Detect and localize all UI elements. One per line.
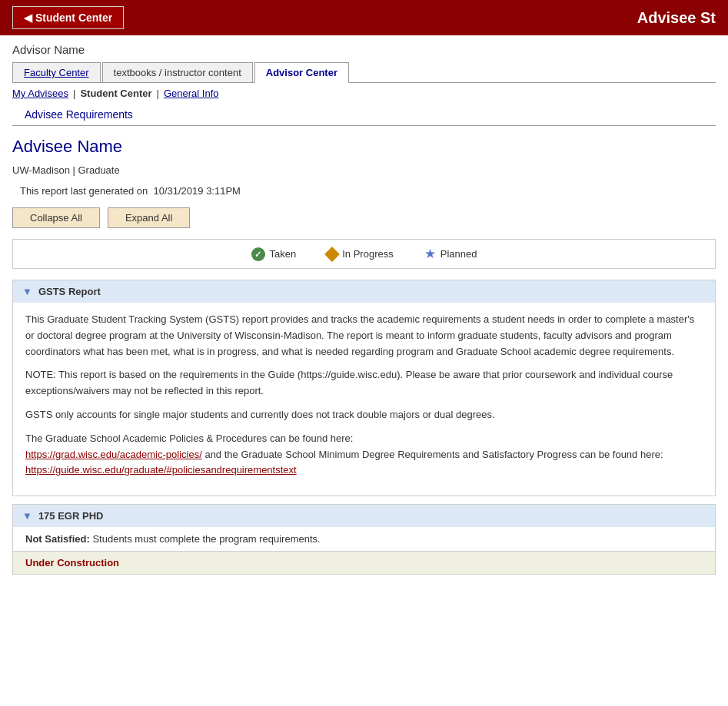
advisor-name: Advisor Name [12,43,716,56]
planned-icon: ★ [424,246,436,262]
header-title: Advisee St [637,9,716,27]
gsts-para4-prefix: The Graduate School Academic Policies & … [25,433,353,444]
gsts-panel-title: GSTS Report [38,286,101,297]
gsts-paragraph-4: The Graduate School Academic Policies & … [25,431,703,479]
not-satisfied-row: Not Satisfied: Students must complete th… [13,527,715,551]
advisee-requirements-heading: Advisee Requirements [12,105,716,126]
legend-planned: ★ Planned [424,246,477,262]
gsts-panel-content: This Graduate Student Tracking System (G… [13,303,715,496]
gsts-link-2[interactable]: https://guide.wisc.edu/graduate/#policie… [25,464,297,476]
legend-taken: ✓ Taken [251,247,297,261]
breadcrumb-student-center: Student Center [80,88,151,99]
planned-label: Planned [440,248,477,260]
collapse-all-button[interactable]: Collapse All [12,207,100,228]
in-progress-icon [324,247,340,262]
report-generated-label: This report last generated on [20,185,148,197]
egr-panel-title: 175 EGR PHD [38,510,104,522]
back-button[interactable]: ◀ Student Center [12,6,124,29]
in-progress-label: In Progress [342,248,393,260]
legend-in-progress: In Progress [327,248,393,260]
institution-info: UW-Madison | Graduate [12,164,716,176]
gsts-collapse-arrow: ▼ [22,286,32,297]
gsts-paragraph-2: NOTE: This report is based on the requir… [25,367,703,399]
breadcrumb: My Advisees | Student Center | General I… [12,88,716,99]
legend: ✓ Taken In Progress ★ Planned [12,239,716,269]
tab-bar: Faculty Center textbooks / instructor co… [12,62,716,83]
taken-label: Taken [270,248,297,260]
taken-icon: ✓ [251,247,265,261]
gsts-para4-mid-text: and the Graduate School Minimum Degree R… [204,449,663,460]
not-satisfied-label: Not Satisfied: [25,533,90,545]
header: ◀ Student Center Advisee St [0,0,728,35]
breadcrumb-separator-2: | [157,88,159,99]
gsts-link-1[interactable]: https://grad.wisc.edu/academic-policies/ [25,449,202,460]
expand-all-button[interactable]: Expand All [108,207,190,228]
report-generated: This report last generated on 10/31/2019… [12,185,716,197]
report-generated-date: 10/31/2019 3:11PM [153,185,240,197]
egr-panel: ▼ 175 EGR PHD Not Satisfied: Students mu… [12,504,716,575]
breadcrumb-my-advisees[interactable]: My Advisees [12,88,68,99]
under-construction-bar: Under Construction [13,551,715,574]
gsts-paragraph-3: GSTS only accounts for single major stud… [25,407,703,423]
gsts-paragraph-1: This Graduate Student Tracking System (G… [25,312,703,360]
egr-panel-header[interactable]: ▼ 175 EGR PHD [13,505,715,527]
collapse-expand-row: Collapse All Expand All [12,207,716,228]
advisee-name: Advisee Name [12,137,716,157]
tab-textbooks[interactable]: textbooks / instructor content [102,62,253,82]
content-area: Advisor Name Faculty Center textbooks / … [0,35,728,590]
tab-advisor-center[interactable]: Advisor Center [254,62,349,83]
egr-collapse-arrow: ▼ [22,510,32,522]
not-satisfied-text: Students must complete the program requi… [92,533,320,545]
breadcrumb-general-info[interactable]: General Info [164,88,219,99]
gsts-panel-header[interactable]: ▼ GSTS Report [13,280,715,303]
tab-faculty-center[interactable]: Faculty Center [12,62,101,82]
gsts-panel: ▼ GSTS Report This Graduate Student Trac… [12,280,716,496]
breadcrumb-separator-1: | [73,88,75,99]
